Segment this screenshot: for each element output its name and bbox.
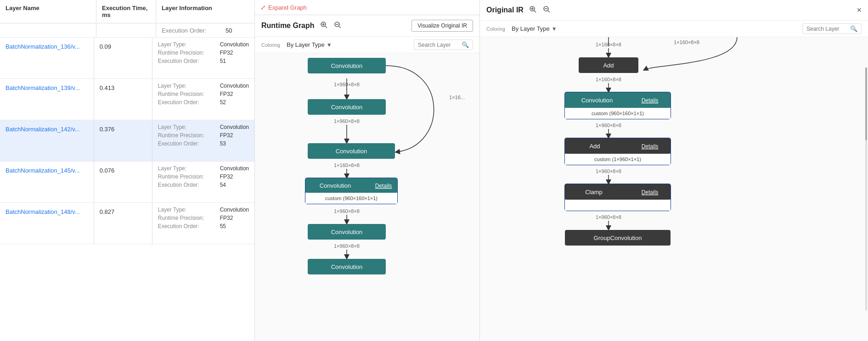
edge-label-2: 1×960×8×8 [334, 118, 360, 124]
layer-name-link-3[interactable]: BatchNormalization_145/v... [6, 167, 80, 174]
ir-edge-clamp-gc: 1×960×8×8 [596, 214, 621, 220]
node-conv-details-sub: custom (960×160×1×1) [325, 196, 378, 201]
original-ir-header: Original IR × [480, 0, 868, 21]
type-value-4: Convolution [220, 207, 249, 213]
runtime-graph-canvas: Convolution 1×960×8×8 Convolution 1×960×… [255, 53, 479, 341]
ir-node-clamp-label: Clamp [585, 189, 603, 196]
table-row[interactable]: BatchNormalization_136/v... 0.09 Layer T… [0, 38, 254, 79]
ir-zoom-out-icon [543, 6, 550, 13]
table-row[interactable]: BatchNormalization_148/v... 0.827 Layer … [0, 203, 254, 244]
col-header-info: Layer Information [156, 0, 254, 23]
chevron-down-icon-runtime: ▼ [327, 42, 332, 48]
info-type-0: Layer Type: Convolution [158, 41, 249, 48]
cell-layer-name-2[interactable]: BatchNormalization_142/v... [0, 120, 94, 161]
layer-name-link-2[interactable]: BatchNormalization_142/v... [6, 126, 80, 133]
cell-info-2: Layer Type: Convolution Runtime Precisio… [152, 120, 254, 161]
ir-scrollbar-thumb [865, 67, 867, 140]
expand-icon: ⤢ [260, 4, 266, 11]
search-input-runtime[interactable] [418, 42, 459, 48]
info-precision-0: Runtime Precision: FP32 [158, 50, 249, 56]
coloring-label-runtime: Coloring [261, 42, 280, 48]
ir-zoom-out-button[interactable] [542, 5, 551, 16]
ir-edge-label-add: 1×160×8×8 [596, 42, 621, 47]
search-box-ir[interactable]: 🔍 [802, 23, 862, 34]
visualize-original-ir-button[interactable]: Visualize Original IR [411, 20, 473, 32]
svg-line-1 [325, 26, 327, 28]
node-conv-1-label: Convolution [331, 62, 363, 69]
ir-node-conv-sub-text: custom (960×160×1×1) [592, 111, 644, 116]
precision-value-4: FP32 [220, 215, 233, 221]
table-body: Execution Order: 50 BatchNormalization_1… [0, 23, 254, 341]
cell-time-0: 0.09 [94, 38, 152, 78]
order-label-3: Execution Order: [158, 182, 220, 188]
zoom-in-button[interactable] [319, 20, 328, 31]
precision-value-3: FP32 [220, 173, 233, 180]
order-value-3: 54 [220, 182, 226, 188]
layer-name-link-0[interactable]: BatchNormalization_136/v... [6, 43, 80, 50]
precision-label-0: Runtime Precision: [158, 50, 220, 56]
type-value-2: Convolution [220, 124, 249, 130]
type-label-0: Layer Type: [158, 41, 220, 48]
ir-node-add-label: Add [603, 62, 614, 69]
node-conv-2-label: Convolution [331, 104, 363, 111]
node-conv-details-label: Convolution [320, 182, 351, 189]
type-value-0: Convolution [220, 41, 249, 48]
cell-time-4: 0.827 [94, 203, 152, 244]
order-label-0: Execution Order: [158, 58, 220, 64]
ir-scrollbar[interactable] [865, 67, 867, 311]
type-label-2: Layer Type: [158, 124, 220, 130]
ir-node-add2-label: Add [589, 143, 600, 150]
coloring-select-runtime[interactable]: By Layer Type ▼ [287, 41, 332, 48]
ir-node-add2-sub-text: custom (1×960×1×1) [594, 157, 641, 162]
precision-label-2: Runtime Precision: [158, 132, 220, 139]
info-order-0: Execution Order: 51 [158, 58, 249, 64]
ir-node-clamp-details-link[interactable]: Details [642, 189, 659, 196]
col-header-name: Layer Name [0, 0, 96, 23]
search-box-runtime[interactable]: 🔍 [414, 39, 473, 50]
layer-name-link-4[interactable]: BatchNormalization_148/v... [6, 208, 80, 215]
coloring-value-runtime: By Layer Type [287, 41, 325, 48]
zoom-in-icon [320, 21, 327, 28]
cell-time-3: 0.076 [94, 162, 152, 202]
col-header-time: Execution Time, ms [96, 0, 156, 23]
coloring-select-ir[interactable]: By Layer Type ▼ [512, 25, 557, 32]
ir-node-add2-details-link[interactable]: Details [642, 143, 659, 150]
table-row-selected[interactable]: BatchNormalization_142/v... 0.376 Layer … [0, 120, 254, 162]
original-ir-svg: 1×160×8×8 1×160×8×8 Add 1×160×8×8 Convol… [480, 37, 866, 322]
search-input-ir[interactable] [806, 26, 848, 32]
info-type-4: Layer Type: Convolution [158, 207, 249, 213]
runtime-graph-svg: Convolution 1×960×8×8 Convolution 1×960×… [255, 53, 479, 319]
type-label-3: Layer Type: [158, 165, 220, 172]
node-conv-details-link[interactable]: Details [375, 183, 392, 189]
ir-zoom-in-button[interactable] [528, 5, 537, 16]
type-label-1: Layer Type: [158, 83, 220, 89]
svg-line-14 [534, 11, 536, 12]
table-header: Layer Name Execution Time, ms Layer Info… [0, 0, 254, 23]
node-conv-5-label: Convolution [331, 229, 363, 235]
table-row[interactable]: BatchNormalization_145/v... 0.076 Layer … [0, 162, 254, 203]
precision-label-1: Runtime Precision: [158, 91, 220, 97]
chevron-down-icon-ir: ▼ [552, 26, 557, 32]
expand-label: Expand Graph [268, 4, 307, 11]
table-row[interactable]: BatchNormalization_139/v... 0.413 Layer … [0, 79, 254, 120]
precision-label-3: Runtime Precision: [158, 173, 220, 180]
order-value-4: 55 [220, 223, 226, 229]
original-ir-canvas: 1×160×8×8 1×160×8×8 Add 1×160×8×8 Convol… [480, 37, 868, 341]
ir-node-conv-details-link[interactable]: Details [642, 97, 659, 104]
cell-layer-name-1[interactable]: BatchNormalization_139/v... [0, 79, 94, 120]
precision-value-1: FP32 [220, 91, 233, 97]
ir-edge-add2-clamp: 1×960×8×8 [596, 168, 621, 174]
cell-layer-name-3[interactable]: BatchNormalization_145/v... [0, 162, 94, 202]
info-type-1: Layer Type: Convolution [158, 83, 249, 89]
cell-info-1: Layer Type: Convolution Runtime Precisio… [152, 79, 254, 120]
cell-layer-name-0[interactable]: BatchNormalization_136/v... [0, 38, 94, 78]
close-original-ir-button[interactable]: × [857, 6, 862, 15]
type-value-3: Convolution [220, 165, 249, 172]
info-precision-2: Runtime Precision: FP32 [158, 132, 249, 139]
cell-layer-name-4[interactable]: BatchNormalization_148/v... [0, 203, 94, 244]
layer-name-link-1[interactable]: BatchNormalization_139/v... [6, 84, 80, 91]
zoom-out-button[interactable] [333, 20, 342, 31]
expand-graph-button[interactable]: ⤢ Expand Graph [260, 4, 307, 11]
order-value-1: 52 [220, 99, 226, 106]
node-conv-6-label: Convolution [331, 263, 363, 270]
